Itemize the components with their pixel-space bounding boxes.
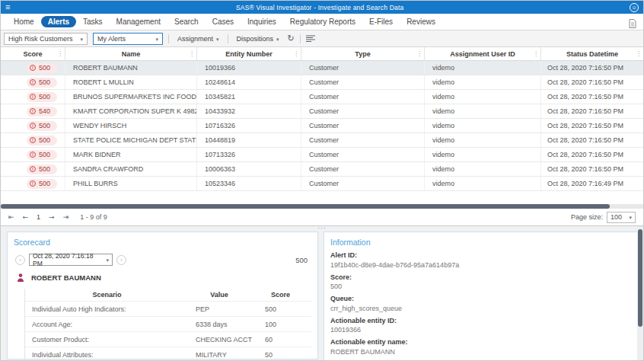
view-select[interactable]: My Alerts (93, 33, 163, 45)
scorecard-col-value: Value (189, 289, 250, 301)
column-menu-icon[interactable] (533, 50, 539, 57)
tab-search[interactable]: Search (167, 16, 206, 27)
column-header-assignment-user-id[interactable]: Assignment User ID (425, 47, 541, 60)
info-field-actionable-entity-name: Actionable entity name: ROBERT BAUMANN (330, 338, 638, 356)
score-badge: 500 (27, 179, 57, 189)
tab-tasks[interactable]: Tasks (76, 16, 110, 27)
document-icon[interactable] (629, 18, 636, 31)
column-header-score[interactable]: Score (1, 47, 65, 60)
tab-regulatory-reports[interactable]: Regulatory Reports (283, 16, 362, 27)
user-avatar-icon[interactable] (630, 3, 639, 12)
horizontal-scrollbar[interactable] (1, 204, 643, 209)
column-header-entity-number[interactable]: Entity Number (197, 47, 301, 60)
score-badge: 500 (27, 150, 57, 160)
scorecard-row: Account Age: 6338 days 100 (25, 316, 311, 331)
score-badge: 500 (27, 136, 57, 145)
table-row[interactable]: 500 PHILL BURRS 10523346 Customer videmo… (1, 177, 643, 191)
table-row[interactable]: 500 MARK BIDNER 10713326 Customer videmo… (1, 148, 643, 162)
tab-alerts[interactable]: Alerts (41, 16, 76, 27)
scorecard-next-button[interactable] (116, 255, 126, 265)
alert-icon (30, 152, 36, 158)
chevron-down-icon (273, 35, 279, 43)
scorecard-entity-name: ROBERT BAUMANN (31, 273, 101, 282)
column-menu-icon[interactable] (57, 50, 63, 57)
next-page-button[interactable] (49, 213, 55, 221)
tab-reviews[interactable]: Reviews (400, 16, 442, 27)
alert-icon (30, 180, 36, 187)
assignment-button[interactable]: Assignment (174, 35, 222, 43)
score-badge: 500 (27, 92, 57, 102)
column-menu-icon[interactable] (189, 50, 195, 57)
tab-management[interactable]: Management (110, 16, 167, 27)
chevron-down-icon (77, 35, 83, 43)
application-bar: SAS® Visual Investigator - Investigate a… (1, 1, 643, 14)
table-row[interactable]: 500 SANDRA CRAWFORD 10006363 Customer vi… (1, 162, 643, 177)
scrollbar-thumb[interactable] (638, 229, 642, 327)
page-size-select[interactable]: 100 (607, 212, 636, 223)
tab-home[interactable]: Home (7, 16, 41, 27)
tab-e-files[interactable]: E-Files (362, 16, 400, 27)
chevron-down-icon (103, 256, 109, 264)
divider (228, 34, 228, 43)
page-size-label: Page size: (571, 213, 603, 221)
table-row[interactable]: 500 WENDY HIRSCH 10716326 Customer videm… (1, 119, 643, 133)
app-window: SAS® Visual Investigator - Investigate a… (0, 0, 644, 361)
score-badge: 500 (27, 121, 57, 131)
alert-icon (30, 108, 36, 114)
scorecard-table: Scenario Value Score Individual Auto Hig… (24, 289, 311, 361)
column-menu-icon[interactable] (636, 50, 642, 57)
alert-icon (30, 166, 36, 172)
table-row[interactable]: 500 BRUNOS SUPERMARKETS INC FOOD WORLD 3… (1, 90, 643, 104)
chevron-down-icon (152, 35, 158, 43)
row-range-text: 1 - 9 of 9 (80, 213, 107, 221)
table-row[interactable]: 500 ROBERT L MULLIN 10248614 Customer vi… (1, 75, 643, 90)
alert-icon (30, 79, 36, 85)
app-title: SAS® Visual Investigator - Investigate a… (10, 4, 630, 11)
divider (168, 34, 169, 43)
info-field-score: Score: 500 (330, 273, 638, 291)
column-header-type[interactable]: Type (301, 47, 425, 60)
table-row[interactable]: 500 STATE POLICE MICHIGAN DEPT STATE POL… (1, 133, 643, 148)
first-page-button[interactable] (8, 213, 14, 221)
score-badge: 540 (27, 107, 57, 117)
scorecard-col-score: Score (250, 289, 311, 301)
scorecard-datetime-select[interactable]: Oct 28, 2020 7:16:18 PM (29, 254, 113, 266)
scorecard-row: Individual Auto High Indicators: PEP 500 (25, 301, 311, 316)
previous-page-button[interactable] (23, 213, 29, 221)
scorecard-row: Customer Product: CHECKING ACCT 60 (25, 331, 311, 347)
detail-pane: Scorecard Oct 28, 2020 7:16:18 PM 500 RO… (1, 226, 643, 361)
alert-icon (30, 94, 36, 100)
column-menu-icon[interactable] (293, 50, 299, 57)
vertical-scrollbar[interactable] (637, 226, 643, 361)
column-header-name[interactable]: Name (65, 47, 197, 60)
current-page: 1 (37, 213, 40, 221)
info-field-alert-id: Alert ID: 19f1b40c-d8e9-4dae-b76d-95a7a6… (330, 251, 638, 269)
scorecard-title: Scorecard (8, 232, 317, 247)
scorecard-row: Individual Attributes: MILITARY 50 (25, 347, 311, 361)
scrollbar-thumb[interactable] (1, 204, 610, 209)
last-page-button[interactable] (63, 213, 69, 221)
tab-inquiries[interactable]: Inquiries (241, 16, 283, 27)
alerts-table-body: 500 ROBERT BAUMANN 10019366 Customer vid… (1, 61, 643, 191)
table-row[interactable]: 500 ROBERT BAUMANN 10019366 Customer vid… (1, 61, 643, 75)
info-field-actionable-entity-id: Actionable entity ID: 10019366 (330, 317, 638, 334)
main-nav: Home Alerts Tasks Management Search Case… (1, 14, 643, 30)
column-header-status-datetime[interactable]: Status Datetime (541, 47, 643, 60)
info-field-queue: Queue: crr_high_scores_queue (330, 295, 638, 312)
queue-select[interactable]: High Risk Customers (4, 33, 88, 45)
tab-cases[interactable]: Cases (206, 16, 241, 27)
scorecard-prev-button[interactable] (15, 255, 25, 265)
dispositions-button[interactable]: Dispositions (234, 35, 282, 43)
chevron-down-icon (626, 213, 632, 221)
alert-icon (30, 65, 36, 71)
refresh-icon[interactable] (288, 34, 295, 43)
scorecard-total-score: 500 (295, 256, 310, 264)
information-panel: Information Alert ID: 19f1b40c-d8e9-4dae… (324, 232, 639, 361)
table-row[interactable]: 540 KMART CORPORATION SUPER K 4982 10433… (1, 104, 643, 119)
column-menu-icon[interactable] (416, 50, 422, 57)
alert-icon (30, 123, 36, 129)
column-manager-icon[interactable] (306, 35, 315, 42)
splitter-handle[interactable] (317, 224, 327, 232)
customer-entity-icon (17, 273, 24, 282)
scorecard-col-scenario: Scenario (25, 289, 189, 301)
